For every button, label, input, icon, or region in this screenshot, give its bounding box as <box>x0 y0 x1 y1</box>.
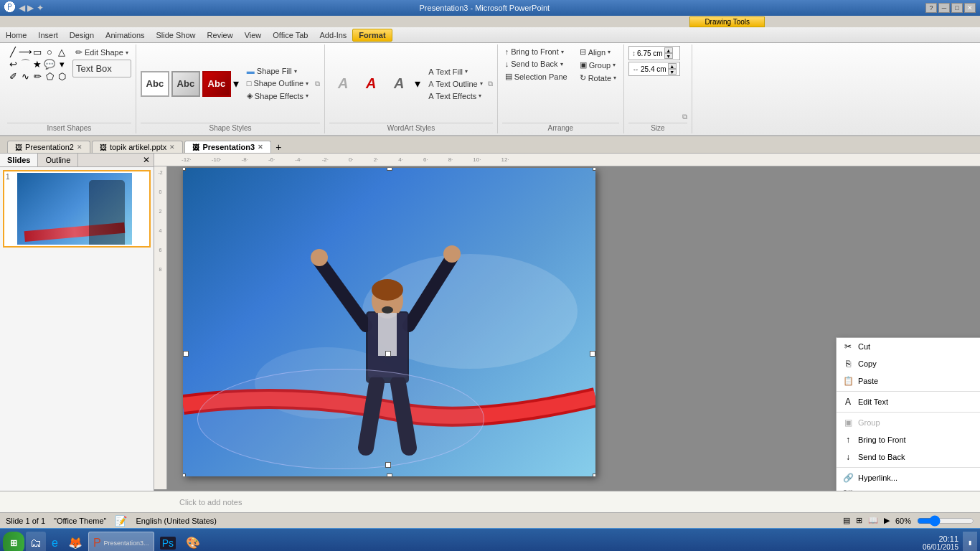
shape-fill-button[interactable]: ▬ Shape Fill ▾ <box>244 65 311 77</box>
tab-close-topik[interactable]: ✕ <box>169 143 175 151</box>
handle-mr[interactable] <box>590 351 595 357</box>
shape-outline-button[interactable]: □ Shape Outline ▾ <box>244 77 311 89</box>
edit-shape-button[interactable]: ✏ Edit Shape ▾ <box>72 46 131 59</box>
tab-topik-artikel[interactable]: 🖼 topik artikel.pptx ✕ <box>92 141 183 153</box>
handle-tl[interactable] <box>183 168 186 171</box>
cm-paste[interactable]: 📋 Paste <box>837 372 980 390</box>
cm-bring-front[interactable]: ↑ Bring to Front ▶ <box>837 431 980 448</box>
wordart-dialog[interactable]: ⧉ <box>488 80 493 88</box>
menu-home[interactable]: Home <box>0 29 32 41</box>
menu-design[interactable]: Design <box>64 29 100 41</box>
wordart-style-2[interactable]: A <box>357 71 385 97</box>
send-back-button[interactable]: ↓ Send to Back ▾ <box>502 58 570 70</box>
shape-circle[interactable]: ○ <box>44 46 55 57</box>
shape-styles-expand[interactable]: ▾ <box>233 77 239 90</box>
taskbar-ie[interactable]: e <box>47 532 62 552</box>
start-button[interactable]: ⊞ <box>3 532 24 552</box>
view-normal-icon[interactable]: ▤ <box>843 516 850 525</box>
wordart-style-3[interactable]: A <box>385 71 413 97</box>
slideshow-icon[interactable]: ▶ <box>884 516 890 525</box>
shape-scribble[interactable]: ✏ <box>32 70 43 82</box>
selection-pane-button[interactable]: ▤ Selection Pane <box>502 70 570 83</box>
shape-style-1[interactable]: Abc <box>141 71 169 97</box>
handle-ml[interactable] <box>183 351 189 357</box>
window-controls[interactable]: ? ─ □ ✕ <box>925 3 976 13</box>
taskbar-powerpoint[interactable]: P Presentation3... <box>88 532 154 552</box>
wordart-expand[interactable]: ▾ <box>415 77 420 90</box>
cm-send-back[interactable]: ↓ Send to Back ▶ <box>837 448 980 466</box>
bring-front-button[interactable]: ↑ Bring to Front ▾ <box>502 46 570 57</box>
taskbar-other[interactable]: 🎨 <box>182 532 204 552</box>
view-reading-icon[interactable]: 📖 <box>868 516 878 525</box>
shape-style-2[interactable]: Abc <box>171 71 200 97</box>
shape-curve[interactable]: ⌒ <box>19 58 31 70</box>
spell-check-icon[interactable]: 📝 <box>115 515 127 527</box>
zoom-slider[interactable] <box>917 515 974 527</box>
ellipse-shape[interactable] <box>197 369 484 469</box>
menu-review[interactable]: Review <box>202 29 239 41</box>
menu-view[interactable]: View <box>239 29 268 41</box>
taskbar-photoshop[interactable]: Ps <box>156 532 180 552</box>
width-up[interactable]: ▲ <box>664 47 673 53</box>
text-outline-button[interactable]: A Text Outline ▾ <box>425 78 485 90</box>
handle-tr[interactable] <box>593 168 595 171</box>
cm-hyperlink[interactable]: 🔗 Hyperlink... <box>837 469 980 486</box>
help-button[interactable]: ? <box>925 3 937 13</box>
tab-close-presentation3[interactable]: ✕ <box>258 143 263 151</box>
shape-hexagon[interactable]: ⬡ <box>56 70 67 82</box>
handle-tc[interactable] <box>387 168 392 171</box>
menu-insert[interactable]: Insert <box>32 29 64 41</box>
shape-curve2[interactable]: ∿ <box>19 70 31 82</box>
restore-button[interactable]: □ <box>951 3 963 13</box>
add-tab-button[interactable]: + <box>275 141 281 153</box>
handle-bc[interactable] <box>387 474 392 476</box>
shape-pentagon[interactable]: ⬠ <box>44 70 55 82</box>
outline-tab[interactable]: Outline <box>38 154 78 166</box>
cm-edit-text[interactable]: A Edit Text <box>837 393 980 410</box>
shape-rect[interactable]: ▭ <box>32 46 43 57</box>
wordart-style-1[interactable]: A <box>329 71 357 97</box>
close-button[interactable]: ✕ <box>964 3 976 13</box>
shape-bent[interactable]: ↩ <box>7 58 19 70</box>
shape-line[interactable]: ╱ <box>7 46 19 57</box>
menu-format[interactable]: Format <box>352 29 392 42</box>
slide-canvas[interactable] <box>183 168 595 476</box>
shape-arrow[interactable]: ⟶ <box>19 46 31 57</box>
height-down[interactable]: ▼ <box>668 69 677 75</box>
cm-copy[interactable]: ⎘ Copy <box>837 355 980 372</box>
slides-tab[interactable]: Slides <box>0 154 38 166</box>
shape-star[interactable]: ★ <box>32 58 43 70</box>
tab-presentation2[interactable]: 🖼 Presentation2 ✕ <box>7 141 90 153</box>
taskbar-firefox[interactable]: 🦊 <box>64 532 87 552</box>
height-up[interactable]: ▲ <box>668 63 677 69</box>
menu-slideshow[interactable]: Slide Show <box>151 29 202 41</box>
view-slide-sorter-icon[interactable]: ⊞ <box>856 516 862 525</box>
group-button[interactable]: ▣ Group ▾ <box>577 59 619 71</box>
handle-bl[interactable] <box>183 474 186 476</box>
menu-addins[interactable]: Add-Ins <box>314 29 352 41</box>
tab-presentation3[interactable]: 🖼 Presentation3 ✕ <box>184 141 271 153</box>
slide-panel-close[interactable]: ✕ <box>139 154 154 166</box>
shape-styles-dialog[interactable]: ⧉ <box>315 80 320 88</box>
rotate-button[interactable]: ↻ Rotate ▾ <box>577 72 619 84</box>
handle-br[interactable] <box>593 474 595 476</box>
cm-save-picture[interactable]: 💾 Save as Picture... <box>837 486 980 491</box>
cm-cut[interactable]: ✂ Cut <box>837 338 980 355</box>
text-box-button[interactable]: Text Box <box>72 60 131 77</box>
align-button[interactable]: ⊟ Align ▾ <box>577 46 619 58</box>
cm-group[interactable]: ▣ Group ▶ <box>837 414 980 431</box>
notes-area[interactable]: Click to add notes <box>0 491 980 512</box>
taskbar-explorer[interactable]: 🗂 <box>26 532 46 552</box>
width-down[interactable]: ▼ <box>664 53 673 59</box>
menu-officetab[interactable]: Office Tab <box>267 29 314 41</box>
text-effects-button[interactable]: A Text Effects ▾ <box>425 90 485 102</box>
handle-mc[interactable] <box>385 351 391 357</box>
shape-callout[interactable]: 💬 <box>44 58 55 70</box>
tab-close-presentation2[interactable]: ✕ <box>77 143 83 151</box>
size-dialog[interactable]: ⧉ <box>682 113 687 121</box>
text-fill-button[interactable]: A Text Fill ▾ <box>425 66 485 77</box>
shape-triangle[interactable]: △ <box>56 46 67 57</box>
show-desktop-button[interactable]: ▮ <box>963 532 977 552</box>
shape-freeform[interactable]: ✐ <box>7 70 19 82</box>
shape-more[interactable]: ▾ <box>56 58 67 70</box>
